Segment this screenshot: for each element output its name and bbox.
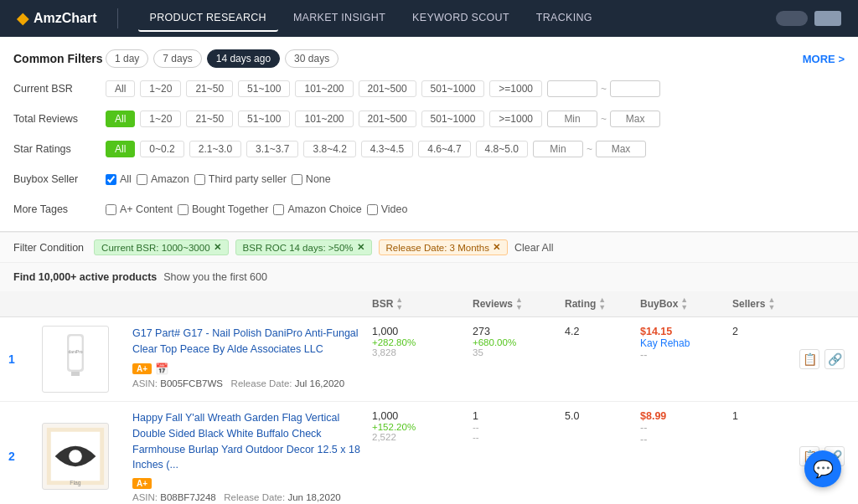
- nav-product-research[interactable]: PRODUCT RESEARCH: [138, 5, 278, 32]
- buybox-none-checkbox[interactable]: [292, 174, 302, 185]
- filter-condition-row: Filter Condition Current BSR: 1000~3000 …: [0, 232, 858, 262]
- filter-tag-roc: BSR ROC 14 days: >50% ✕: [235, 239, 372, 255]
- table-row: 1 daniPro G17 Part# G17 - Nail Polish Da…: [0, 317, 858, 402]
- filter-tag-roc-close[interactable]: ✕: [357, 242, 364, 253]
- reviews-101-200[interactable]: 101~200: [295, 111, 353, 127]
- bsr-21-50[interactable]: 21~50: [186, 80, 233, 97]
- bsr-main-1: 1,000: [372, 326, 473, 337]
- filter-tag-bsr: Current BSR: 1000~3000 ✕: [94, 239, 228, 255]
- common-filters-label: Common Filters: [13, 52, 106, 65]
- ratings-range-from[interactable]: [533, 141, 583, 157]
- more-link[interactable]: MORE >: [803, 53, 845, 65]
- product-info-1: G17 Part# G17 - Nail Polish DaniPro Anti…: [126, 326, 372, 388]
- tag-video-checkbox[interactable]: [367, 204, 378, 215]
- buybox-all-check[interactable]: All: [106, 173, 132, 185]
- period-30days[interactable]: 30 days: [285, 49, 339, 68]
- buybox-none-check[interactable]: None: [292, 173, 331, 185]
- product-title-1[interactable]: G17 Part# G17 - Nail Polish DaniPro Anti…: [132, 326, 365, 357]
- tag-amazon-choice-check[interactable]: Amazon Choice: [273, 203, 361, 215]
- reviews-all[interactable]: All: [106, 111, 135, 127]
- reviews-51-100[interactable]: 51~100: [238, 111, 290, 127]
- nav-tracking[interactable]: TRACKING: [525, 5, 604, 32]
- ratings-4.8-5.0[interactable]: 4.8~5.0: [476, 141, 528, 157]
- bsr-201-500[interactable]: 201~500: [359, 80, 416, 97]
- ratings-3.1-3.7[interactable]: 3.1~3.7: [246, 141, 298, 157]
- buybox-cell-1: $14.15 Kay Rehab --: [640, 326, 732, 361]
- col-header-bsr[interactable]: BSR ▲▼: [372, 296, 473, 311]
- buybox-third-party-checkbox[interactable]: [194, 174, 205, 185]
- tag-bought-together-check[interactable]: Bought Together: [178, 203, 269, 215]
- reviews-501-1000[interactable]: 501~1000: [421, 111, 485, 127]
- tag-aplus-checkbox[interactable]: [106, 204, 116, 215]
- buybox-all-checkbox[interactable]: [106, 174, 116, 185]
- buybox-amazon-checkbox[interactable]: [137, 174, 147, 185]
- bsr-all[interactable]: All: [106, 80, 135, 97]
- ratings-2.1-3.0[interactable]: 2.1~3.0: [189, 141, 241, 157]
- period-1day[interactable]: 1 day: [106, 49, 148, 68]
- svg-point-6: [69, 450, 82, 463]
- buybox-sub-2: --: [640, 434, 732, 445]
- filter-tag-date-close[interactable]: ✕: [493, 242, 500, 253]
- buybox-options: All Amazon Third party seller None: [106, 173, 845, 185]
- reviews-sort-arrows: ▲▼: [515, 296, 523, 311]
- col-header-buybox[interactable]: BuyBox ▲▼: [640, 296, 732, 311]
- ratings-4.6-4.7[interactable]: 4.6~4.7: [418, 141, 470, 157]
- ratings-all[interactable]: All: [106, 141, 135, 157]
- rating-val-1: 4.2: [565, 326, 640, 337]
- tags-label: More Tages: [13, 203, 106, 215]
- nav-keyword-scout[interactable]: KEYWORD SCOUT: [401, 5, 521, 32]
- list-info: Find 10,000+ active products Show you th…: [0, 262, 858, 291]
- reviews-gte-1000[interactable]: >=1000: [489, 111, 542, 127]
- col-header-reviews[interactable]: Reviews ▲▼: [473, 296, 565, 311]
- bsr-pct-2: +152.20%: [372, 422, 473, 432]
- ratings-3.8-4.2[interactable]: 3.8~4.2: [303, 141, 355, 157]
- bsr-101-200[interactable]: 101~200: [295, 80, 353, 97]
- col-header-sellers[interactable]: Sellers ▲▼: [732, 296, 799, 311]
- filter-tag-bsr-close[interactable]: ✕: [214, 242, 221, 253]
- ratings-4.3-4.5[interactable]: 4.3~4.5: [361, 141, 413, 157]
- sellers-val-1: 2: [732, 326, 799, 337]
- reviews-201-500[interactable]: 201~500: [359, 111, 416, 127]
- reviews-main-2: 1: [473, 410, 565, 422]
- bsr-range-to[interactable]: 3000: [610, 80, 660, 97]
- clear-all-button[interactable]: Clear All: [514, 242, 554, 254]
- bsr-range-from[interactable]: 1000: [547, 80, 597, 97]
- bsr-sort-arrows: ▲▼: [395, 296, 403, 311]
- ratings-options: All 0~0.2 2.1~3.0 3.1~3.7 3.8~4.2 4.3~4.…: [106, 141, 845, 157]
- reviews-pct-1: +680.00%: [473, 337, 565, 347]
- toggle-pill[interactable]: [776, 11, 808, 26]
- reviews-21-50[interactable]: 21~50: [186, 111, 233, 127]
- col-header-rating[interactable]: Rating ▲▼: [565, 296, 640, 311]
- header-toggle: [776, 11, 841, 26]
- bsr-501-1000[interactable]: 501~1000: [421, 80, 485, 97]
- product-badges-1: A+ 📅: [132, 363, 365, 375]
- ratings-row: Star Ratings All 0~0.2 2.1~3.0 3.1~3.7 3…: [13, 136, 845, 162]
- chat-bubble[interactable]: 💬: [804, 450, 841, 487]
- buybox-amazon-check[interactable]: Amazon: [137, 173, 189, 185]
- bsr-range: 1000 ~ 3000: [547, 80, 660, 97]
- ratings-0-0.2[interactable]: 0~0.2: [140, 141, 183, 157]
- tag-video-check[interactable]: Video: [367, 203, 408, 215]
- ratings-range-to[interactable]: [596, 141, 646, 157]
- sellers-cell-2: 1: [732, 410, 799, 422]
- reviews-range-to[interactable]: [610, 111, 660, 127]
- nav-market-insight[interactable]: MARKET INSIGHT: [282, 5, 397, 32]
- period-7days[interactable]: 7 days: [153, 49, 201, 68]
- bsr-51-100[interactable]: 51~100: [238, 80, 290, 97]
- tag-amazon-choice-checkbox[interactable]: [273, 204, 284, 215]
- period-14days[interactable]: 14 days ago: [207, 49, 280, 68]
- toggle-square[interactable]: [814, 11, 841, 26]
- tag-bought-together-checkbox[interactable]: [178, 204, 189, 215]
- reviews-1-20[interactable]: 1~20: [140, 111, 181, 127]
- bookmark-icon-1[interactable]: 📋: [799, 349, 819, 369]
- main-nav: PRODUCT RESEARCH MARKET INSIGHT KEYWORD …: [138, 5, 604, 32]
- reviews-range-from[interactable]: [547, 111, 597, 127]
- reviews-row: Total Reviews All 1~20 21~50 51~100 101~…: [13, 105, 845, 132]
- tags-row: More Tages A+ Content Bought Together Am…: [13, 196, 845, 223]
- bsr-1-20[interactable]: 1~20: [140, 80, 181, 97]
- link-icon-1[interactable]: 🔗: [824, 349, 845, 369]
- product-title-2[interactable]: Happy Fall Y'all Wreath Garden Flag Vert…: [132, 410, 365, 473]
- bsr-gte-1000[interactable]: >=1000: [489, 80, 542, 97]
- buybox-third-party-check[interactable]: Third party seller: [194, 173, 287, 185]
- tag-aplus-check[interactable]: A+ Content: [106, 203, 173, 215]
